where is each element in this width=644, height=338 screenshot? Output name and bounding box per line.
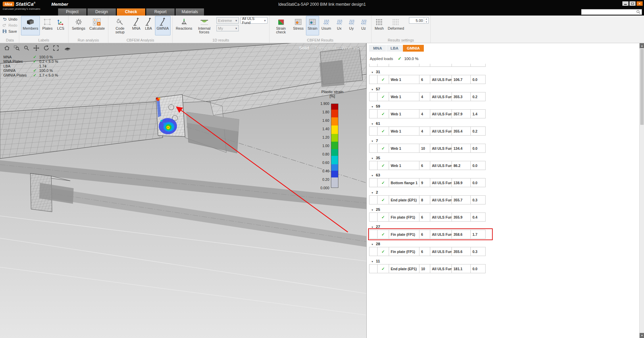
check-icon: ✓ [378,161,389,170]
deformed-scale-stepper[interactable]: 5.00 ▲ ▼ [409,17,429,24]
result-row-25[interactable]: ✓Fin plate (FP1)6All ULS Fund355.90.4 [369,213,486,222]
extreme-dropdown[interactable]: Extreme▾ [216,17,239,24]
minimize-button[interactable] [622,1,628,6]
load-combination-dropdown[interactable]: All ULS Fund▾ [240,17,267,24]
search-input[interactable] [582,9,636,15]
result-row-35[interactable]: ✓Web 16All ULS Fund86.20.0 [369,161,486,170]
results-tab-lba[interactable]: LBA [386,45,403,52]
uz-button[interactable]: Uz [358,16,369,35]
wrench-icon [116,17,124,26]
usum-button[interactable]: Usum [320,16,333,35]
internal-forces-icon [200,17,209,26]
result-row-57[interactable]: ✓Web 14All ULS Fund355.30.2 [369,92,486,101]
ribbon-tab-check[interactable]: Check [117,8,145,16]
result-row-61[interactable]: ✓Web 14All ULS Fund355.40.2 [369,126,486,136]
results-tab-mna[interactable]: MNA [369,45,386,52]
section-view-button[interactable] [64,45,71,52]
group-header-61[interactable]: ▼61 [369,118,644,126]
ribbon-tab-design[interactable]: Design [87,8,116,16]
zoom-button[interactable] [23,45,30,52]
group-header-25[interactable]: ▼25 [369,204,644,213]
result-row-31[interactable]: ✓Web 16All ULS Fund106.70.0 [369,75,486,84]
uy-button[interactable]: Uy [346,16,357,35]
group-header-11[interactable]: ▼11 [369,256,644,264]
result-row-11[interactable]: ✓End plate (EP1)10All ULS Fund181.10.0 [369,264,486,273]
spin-up-icon[interactable]: ▲ [424,18,428,21]
zoom-fit-button[interactable] [52,45,59,52]
scroll-up-icon[interactable]: ▲ [640,43,644,48]
group-header-7[interactable]: ▼7 [369,136,644,144]
view-mode-wireframe[interactable]: Wireframe [342,46,360,51]
result-row-2[interactable]: ✓End plate (EP1)8All ULS Fund355.70.3 [369,195,486,204]
legend-tick: 1.60 [323,118,329,122]
result-row-27[interactable]: ✓Fin plate (FP1)6All ULS Fund358.61.7 [369,230,486,239]
gmnia-button[interactable]: GMNIA [155,16,171,35]
ribbon-tab-materials[interactable]: Materials [176,8,204,16]
group-header-31[interactable]: ▼31 [369,67,644,75]
calculate-button[interactable]: Calculate [87,16,106,35]
group-header-28[interactable]: ▼28 [369,239,644,247]
result-row-28[interactable]: ✓Fin plate (FP1)6All ULS Fund355.60.3 [369,247,486,256]
settings-button[interactable]: Settings [70,16,87,35]
legend-tick: 1.40 [323,127,329,131]
lcs-icon [57,17,65,26]
view-mode-solid[interactable]: Solid [299,46,309,51]
zoom-window-button[interactable] [13,45,20,52]
scroll-down-icon[interactable]: ▼ [640,333,644,338]
view-mode-transparent[interactable]: Transparent [314,46,336,51]
analysis-status-overlay: MNA✓100.0 %MNA Plates✓0.2 < 5.0 %LBA1.74… [3,55,58,78]
maximize-button[interactable] [629,1,636,6]
group-header-27[interactable]: ▼27 [369,222,644,230]
result-row-59[interactable]: ✓Web 14All ULS Fund357.91.4 [369,109,486,118]
stress-button[interactable]: Stress [291,16,305,35]
code-setup-button[interactable]: Code setup [110,16,130,35]
group-header-35[interactable]: ▼35 [369,153,644,161]
search-icon[interactable] [636,9,641,15]
members-icon [26,17,34,26]
panel-scrollbar[interactable]: ▲ ▼ [639,43,644,338]
collapse-icon: ▼ [371,243,373,246]
applied-loads-row: Applied loads ✓ 100.0 % [370,56,644,61]
group-header-57[interactable]: ▼57 [369,84,644,92]
plates-button[interactable]: Plates [41,16,54,35]
ux-button[interactable]: Ux [334,16,345,35]
save-button[interactable]: Save [2,29,17,34]
group-header-59[interactable]: ▼59 [369,101,644,109]
result-cell: All ULS Fund [430,196,452,204]
status-label: LBA [3,64,33,68]
scrollbar-thumb[interactable] [640,49,644,125]
redo-button[interactable]: Redo [2,23,17,28]
members-button[interactable]: Members [21,16,40,35]
result-cell: 181.1 [452,264,471,273]
home-view-button[interactable] [3,45,10,52]
close-button[interactable]: ✕ [637,1,643,6]
lba-button[interactable]: LBA [143,16,154,35]
mna-button[interactable]: MNA [130,16,142,35]
mesh-button[interactable]: Mesh [373,16,386,35]
group-header-2[interactable]: ▼2 [369,187,644,195]
my-dropdown[interactable]: My▾ [216,25,239,31]
pan-button[interactable] [33,45,40,52]
results-tab-gmnia[interactable]: GMNIA [403,45,424,52]
result-cell: 138.9 [452,178,471,187]
strain-button[interactable]: Strain [306,16,319,35]
result-row-63[interactable]: ✓Bottom flange 19All ULS Fund138.90.0 [369,178,486,187]
reactions-button[interactable]: Reactions [174,16,194,35]
spin-down-icon[interactable]: ▼ [424,21,428,24]
lcs-button[interactable]: LCS [55,16,67,35]
strain-check-button[interactable]: Strain check [271,16,291,35]
result-row-7[interactable]: ✓Web 110All ULS Fund134.40.0 [369,144,486,153]
ribbon-tab-report[interactable]: Report [146,8,175,16]
group-header-63[interactable]: ▼63 [369,170,644,178]
result-cell: 10 [419,144,430,152]
deformed-button[interactable]: Deformed [386,16,406,35]
result-cell: End plate (EP1) [389,196,419,204]
rotate-view-button[interactable] [43,45,49,52]
undo-button[interactable]: Undo [2,17,17,22]
internal-forces-button[interactable]: Internal forces [195,16,214,35]
result-cell: All ULS Fund [430,127,452,135]
ribbon-tab-project[interactable]: Project [58,8,86,16]
group-id: 63 [376,173,380,177]
result-cell [369,196,378,204]
3d-scene[interactable] [0,43,366,338]
